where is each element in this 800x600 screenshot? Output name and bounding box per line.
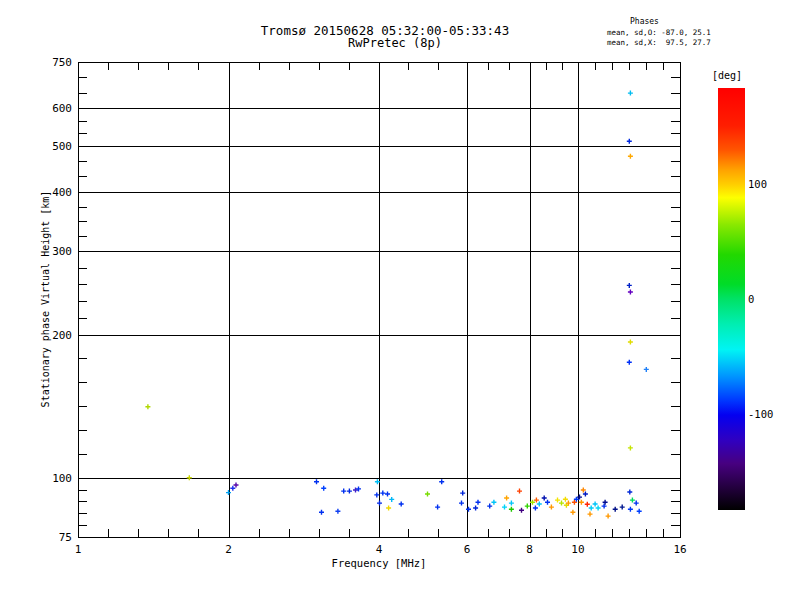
svg-text:75: 75 [59, 531, 72, 544]
data-point [145, 404, 150, 409]
data-point [588, 512, 593, 517]
data-point [341, 489, 346, 494]
data-point [385, 492, 390, 497]
data-point [459, 501, 464, 506]
data-point [628, 91, 633, 96]
data-point [319, 510, 324, 515]
data-point [630, 498, 635, 503]
data-point [517, 489, 522, 494]
svg-text:1: 1 [75, 543, 82, 556]
x-axis-title: Frequency [MHz] [78, 557, 680, 569]
data-point [487, 504, 492, 509]
data-point [585, 502, 590, 507]
svg-text:400: 400 [52, 186, 72, 199]
svg-text:4: 4 [376, 543, 383, 556]
data-point [473, 506, 478, 511]
data-point [234, 483, 239, 488]
data-point [399, 502, 404, 507]
data-point [628, 507, 633, 512]
data-point [627, 139, 632, 144]
data-point [628, 445, 633, 450]
svg-text:500: 500 [52, 140, 72, 153]
svg-text:750: 750 [52, 56, 72, 69]
scatter-plot: 12468101675100200300400500600750 [0, 0, 800, 600]
data-point [389, 497, 394, 502]
data-point [460, 491, 465, 496]
ionogram-figure: Tromsø 20150628 05:32:00-05:33:43 RwPret… [0, 0, 800, 600]
data-point [435, 505, 440, 510]
y-axis-title: Stationary phase Virtual Height [km] [40, 191, 51, 408]
data-point [386, 506, 391, 511]
data-point [589, 506, 594, 511]
svg-text:8: 8 [526, 543, 533, 556]
svg-text:2: 2 [225, 543, 232, 556]
data-point [321, 486, 326, 491]
colorbar-title: [deg] [712, 70, 742, 81]
data-point [613, 507, 618, 512]
svg-text:6: 6 [464, 543, 471, 556]
data-point [380, 491, 385, 496]
svg-text:16: 16 [673, 543, 686, 556]
colorbar-tick-label: 0 [748, 293, 754, 305]
data-point [425, 492, 430, 497]
phase-colorbar [718, 88, 745, 510]
data-point [509, 501, 514, 506]
svg-text:200: 200 [52, 329, 72, 342]
data-point [637, 509, 642, 514]
data-point [644, 367, 649, 372]
data-point [519, 508, 524, 513]
data-points [145, 91, 648, 519]
data-point [230, 486, 235, 491]
data-point [502, 505, 507, 510]
data-point [545, 500, 550, 505]
svg-text:100: 100 [52, 472, 72, 485]
data-point [555, 498, 560, 503]
data-point [533, 506, 538, 511]
data-point [504, 496, 509, 501]
svg-text:300: 300 [52, 245, 72, 258]
colorbar-tick-label: -100 [748, 408, 773, 420]
data-point [579, 500, 584, 505]
data-point [549, 505, 554, 510]
data-point [603, 500, 608, 505]
data-point [491, 500, 496, 505]
data-point [596, 506, 601, 511]
data-point [620, 505, 625, 510]
data-point [627, 360, 632, 365]
data-point [628, 340, 633, 345]
data-point [593, 502, 598, 507]
data-point [509, 507, 514, 512]
data-point [627, 490, 632, 495]
data-point [627, 283, 632, 288]
data-point [628, 154, 633, 159]
svg-text:600: 600 [52, 102, 72, 115]
colorbar-tick-label: 100 [748, 178, 767, 190]
data-point [187, 475, 192, 480]
data-point [606, 514, 611, 519]
data-point [335, 509, 340, 514]
data-point [226, 490, 231, 495]
data-point [559, 501, 564, 506]
x-tick-labels: 124681016 [75, 543, 687, 556]
data-point [476, 500, 481, 505]
svg-text:10: 10 [571, 543, 584, 556]
data-point [570, 510, 575, 515]
data-point [628, 290, 633, 295]
data-point [377, 501, 382, 506]
data-point [542, 496, 547, 501]
data-point [563, 497, 568, 502]
y-tick-labels: 75100200300400500600750 [52, 56, 72, 544]
data-point [525, 504, 530, 509]
data-point [439, 479, 444, 484]
data-point [314, 479, 319, 484]
gridlines [78, 62, 680, 537]
data-point [537, 502, 542, 507]
data-point [634, 501, 639, 506]
data-point [347, 489, 352, 494]
data-point [602, 504, 607, 509]
